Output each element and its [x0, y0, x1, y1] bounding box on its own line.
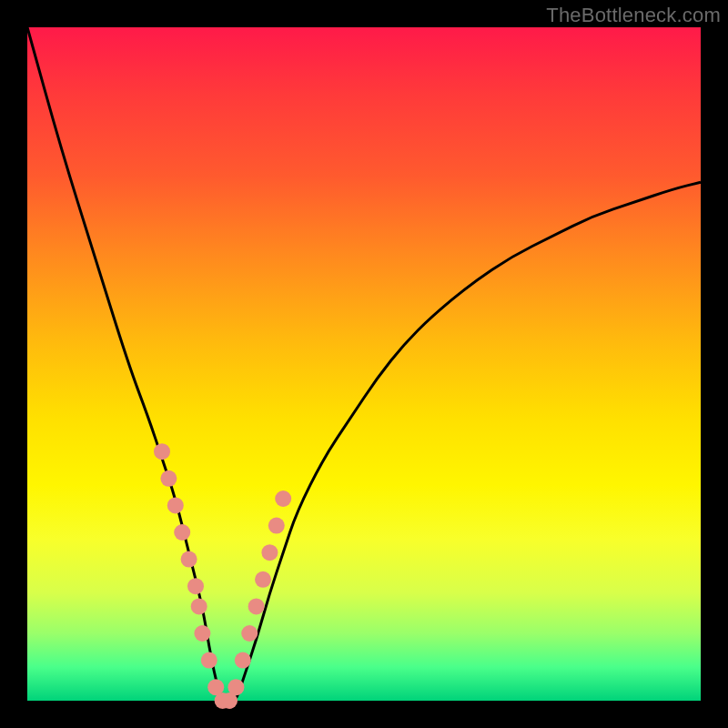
data-dot [235, 652, 251, 669]
data-dot [160, 470, 177, 487]
data-dot [268, 518, 285, 534]
data-dot [181, 551, 197, 568]
data-dot [201, 652, 217, 669]
data-dot [174, 524, 190, 541]
data-dot [154, 443, 170, 460]
data-dot [167, 497, 184, 513]
data-dot [248, 598, 265, 614]
data-dot [261, 544, 278, 561]
data-dot [275, 490, 291, 507]
data-dot [191, 598, 207, 614]
data-dot [187, 578, 204, 594]
data-dot [255, 571, 271, 588]
plot-area [27, 27, 701, 701]
data-dot [228, 679, 244, 695]
watermark-text: TheBottleneck.com [546, 4, 721, 27]
chart-svg [27, 27, 701, 701]
data-dot [241, 625, 258, 642]
chart-container: TheBottleneck.com [0, 0, 728, 728]
bottleneck-curve [27, 27, 701, 701]
data-dots [154, 443, 291, 709]
data-dot [194, 625, 210, 642]
